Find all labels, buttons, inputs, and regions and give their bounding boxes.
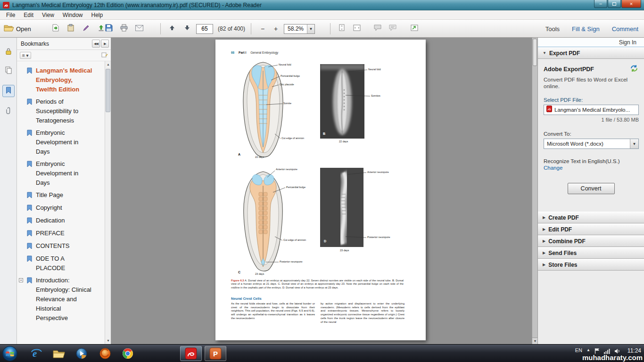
menu-help[interactable]: Help bbox=[87, 11, 107, 19]
expand-bookmark-icon[interactable] bbox=[101, 51, 108, 60]
start-button[interactable] bbox=[2, 346, 18, 362]
taskbar-chrome-icon[interactable] bbox=[121, 347, 135, 360]
menu-view[interactable]: View bbox=[38, 11, 58, 19]
bookmark-item[interactable]: PREFACE bbox=[26, 229, 105, 239]
figure-label: Pericardial bulge bbox=[281, 74, 300, 77]
close-button[interactable]: × bbox=[621, 0, 641, 8]
chevron-right-icon: ▶ bbox=[543, 227, 545, 231]
bookmark-item[interactable]: + Introduction: Embryology: Clinical Rel… bbox=[26, 276, 105, 323]
zoom-level-value: 58.2% bbox=[284, 25, 307, 32]
bookmark-item[interactable]: Embryonic Development in Days bbox=[26, 159, 105, 188]
bookmarks-panel-button[interactable] bbox=[2, 85, 15, 97]
clipboard-button[interactable] bbox=[65, 23, 77, 35]
bookmark-icon bbox=[26, 230, 34, 239]
scroll-up-icon[interactable]: ▲ bbox=[105, 61, 111, 68]
sign-pen-button[interactable] bbox=[80, 23, 92, 35]
panel-menu-button[interactable]: ▶ bbox=[101, 40, 109, 48]
open-button[interactable]: Open bbox=[4, 23, 31, 35]
tray-expand-icon[interactable]: ▲ bbox=[586, 348, 590, 352]
bookmark-icon bbox=[26, 243, 34, 251]
bookmark-label: Periods of Susceptibility to Teratogenes… bbox=[36, 97, 92, 125]
next-page-button[interactable] bbox=[181, 23, 193, 35]
taskbar-internet-explorer-icon[interactable]: e bbox=[29, 347, 43, 360]
taskbar-powerpoint-icon[interactable]: P bbox=[205, 346, 226, 361]
clock[interactable]: 11:24 bbox=[627, 347, 641, 354]
bookmarks-scrollbar[interactable]: ▲ ▼ bbox=[105, 61, 111, 344]
taskbar-media-player-icon[interactable] bbox=[74, 347, 89, 360]
minimize-button[interactable]: − bbox=[594, 0, 607, 8]
expand-pane-button[interactable] bbox=[408, 23, 421, 35]
tab-fill-sign[interactable]: Fill & Sign bbox=[572, 25, 600, 33]
bookmark-icon bbox=[26, 277, 34, 286]
menu-window[interactable]: Window bbox=[58, 11, 87, 19]
security-lock-button[interactable] bbox=[2, 46, 15, 58]
export-page-button[interactable] bbox=[50, 23, 62, 35]
collapse-panel-button[interactable]: ◀◀ bbox=[92, 40, 100, 48]
bookmark-item[interactable]: CONTENTS bbox=[26, 241, 105, 251]
bookmark-item[interactable]: Dedication bbox=[26, 216, 105, 226]
bookmark-item[interactable]: Langman's Medical Embryology, Twelfth Ed… bbox=[26, 66, 105, 94]
scroll-mode-button[interactable] bbox=[336, 23, 348, 35]
bookmark-item[interactable]: ODE TO A PLACODE bbox=[26, 254, 105, 273]
selected-file-name: Langman's Medical Embryolo... bbox=[554, 107, 630, 113]
expand-plus-icon[interactable]: + bbox=[19, 278, 23, 282]
menu-file[interactable]: File bbox=[2, 11, 19, 19]
comment-bubble-button[interactable] bbox=[372, 23, 384, 35]
attachments-button[interactable] bbox=[2, 106, 15, 118]
send-files-header[interactable]: ▶ Send Files bbox=[538, 247, 644, 259]
pen-icon bbox=[83, 25, 90, 33]
open-label: Open bbox=[16, 25, 31, 33]
bookmarks-panel: Bookmarks ◀◀ ▶ ≡ ▾ Langman's Medical Emb… bbox=[17, 38, 111, 344]
taskbar-firefox-icon[interactable] bbox=[98, 347, 112, 360]
bookmark-item[interactable]: Title Page bbox=[26, 190, 105, 200]
taskbar-adobe-reader-icon[interactable] bbox=[180, 346, 202, 361]
edit-pdf-header[interactable]: ▶ Edit PDF bbox=[538, 223, 644, 235]
tab-tools[interactable]: Tools bbox=[545, 25, 560, 33]
save-button[interactable] bbox=[103, 23, 115, 35]
figure-a-drawing: Neural fold Pericardial bulge Otic placo… bbox=[229, 59, 318, 161]
scrollbar-thumb[interactable] bbox=[106, 69, 110, 112]
change-link[interactable]: Change bbox=[544, 165, 638, 171]
tab-comment[interactable]: Comment bbox=[612, 25, 638, 33]
combine-pdf-header[interactable]: ▶ Combine PDF bbox=[538, 235, 644, 247]
highlight-bubble-button[interactable] bbox=[387, 23, 399, 35]
sign-in-bar: Sign In bbox=[538, 38, 644, 47]
export-pdf-header[interactable]: ▼ Export PDF bbox=[538, 47, 644, 59]
maximize-button[interactable] bbox=[608, 0, 621, 8]
convert-to-value: Microsoft Word (*.docx) bbox=[544, 141, 630, 147]
convert-button[interactable]: Convert bbox=[568, 183, 615, 194]
scroll-down-icon[interactable]: ▼ bbox=[105, 337, 111, 344]
zoom-out-button[interactable]: − bbox=[257, 24, 268, 34]
chevron-down-icon[interactable]: ▼ bbox=[630, 139, 638, 148]
previous-page-button[interactable] bbox=[166, 23, 178, 35]
page-scroll-icon bbox=[339, 24, 345, 33]
selected-file-box[interactable]: Langman's Medical Embryolo... bbox=[544, 105, 639, 115]
language-indicator[interactable]: EN bbox=[575, 347, 582, 353]
scrollbar-thumb[interactable] bbox=[533, 39, 537, 66]
bookmark-item[interactable]: Periods of Susceptibility to Teratogenes… bbox=[26, 97, 105, 125]
bookmarks-options-button[interactable]: ≡ ▾ bbox=[20, 52, 31, 59]
page-thumbnails-button[interactable] bbox=[2, 65, 15, 77]
figure-label: Posterior neuropore bbox=[367, 236, 390, 239]
svg-text:P: P bbox=[213, 350, 218, 358]
page-number-input[interactable] bbox=[196, 24, 213, 34]
taskbar-explorer-folder-icon[interactable] bbox=[52, 347, 66, 360]
menu-edit[interactable]: Edit bbox=[19, 11, 38, 19]
zoom-in-button[interactable]: + bbox=[271, 24, 281, 34]
fit-width-button[interactable] bbox=[351, 23, 363, 35]
titlebar: Langman's Medical Embryology 12th Editio… bbox=[0, 0, 644, 10]
create-pdf-header[interactable]: ▶ Create PDF bbox=[538, 212, 644, 223]
fit-width-icon bbox=[353, 25, 361, 33]
chevron-down-icon[interactable]: ▼ bbox=[307, 25, 314, 33]
document-scrollbar[interactable]: ▼ bbox=[532, 38, 537, 344]
bookmark-item[interactable]: Embryonic Development in Days bbox=[26, 128, 105, 156]
print-button[interactable] bbox=[118, 23, 130, 35]
section-label: General Embryology bbox=[250, 51, 278, 54]
adobe-reader-app-icon bbox=[3, 2, 9, 8]
email-button[interactable] bbox=[133, 23, 145, 35]
zoom-level-select[interactable]: 58.2% ▼ bbox=[284, 24, 315, 34]
convert-to-select[interactable]: Microsoft Word (*.docx) ▼ bbox=[544, 139, 639, 149]
store-files-header[interactable]: ▶ Store Files bbox=[538, 259, 644, 271]
bookmark-item[interactable]: Copyright bbox=[26, 203, 105, 213]
sign-in-link[interactable]: Sign In bbox=[619, 39, 636, 46]
